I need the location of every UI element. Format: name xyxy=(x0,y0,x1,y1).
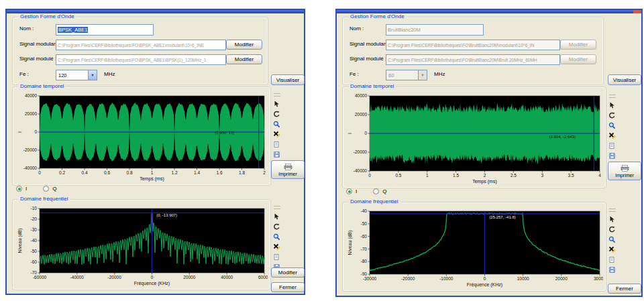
modifier-modulant-button[interactable]: Modifier xyxy=(226,40,262,50)
zoom-icon[interactable] xyxy=(272,120,281,128)
rotate-icon[interactable] xyxy=(272,110,281,118)
signal-module-field[interactable]: C:\Program Files\CERF\Bibliothèques\FO\B… xyxy=(56,54,226,65)
pointer-icon[interactable] xyxy=(272,213,281,221)
copy-icon[interactable] xyxy=(272,253,281,261)
plot-toolbar xyxy=(272,93,281,158)
svg-text:(1.950, 13): (1.950, 13) xyxy=(215,131,234,135)
radio-i[interactable] xyxy=(16,186,22,192)
toolbar-grip[interactable] xyxy=(274,93,280,97)
modifier-button[interactable]: Modifier xyxy=(271,267,305,278)
fe-label: Fe : xyxy=(350,71,359,77)
modifier-modulant-button[interactable]: Modifier xyxy=(560,40,596,50)
save-icon[interactable] xyxy=(272,150,281,158)
temporal-group-title: Domaine temporel xyxy=(18,83,66,89)
svg-text:Niveau (dB): Niveau (dB) xyxy=(347,231,353,255)
chevron-down-icon[interactable]: ▼ xyxy=(88,70,97,80)
svg-text:1.5: 1.5 xyxy=(453,173,459,178)
iq-radio-group: I Q xyxy=(16,186,56,192)
svg-text:1.2: 1.2 xyxy=(171,170,177,175)
svg-text:Temps (ms): Temps (ms) xyxy=(472,179,497,184)
signal-modulant-field[interactable]: C:\Program Files\CERF\Bibliothèques\FO\B… xyxy=(56,40,226,50)
svg-text:0: 0 xyxy=(34,129,37,134)
frequency-domain-chart[interactable]: -30000-20000-100000100002000030000-40-50… xyxy=(345,208,603,288)
screenshot-canvas: Gestion Forme d'Onde Nom : BPSK_ABE1 Sig… xyxy=(0,0,644,301)
frequency-domain-chart[interactable]: -60000-40000-200000200004000060000-10-20… xyxy=(15,205,268,287)
fe-value: 60 xyxy=(388,72,394,78)
radio-q[interactable] xyxy=(43,186,49,192)
svg-text:-40000: -40000 xyxy=(70,275,85,280)
zoom-icon[interactable] xyxy=(608,235,616,243)
save-icon[interactable] xyxy=(608,152,616,160)
nom-label: Nom : xyxy=(19,25,34,32)
radio-i[interactable] xyxy=(346,188,352,194)
nom-field[interactable]: BPSK_ABE1 xyxy=(56,24,154,36)
chevron-down-icon[interactable]: ▼ xyxy=(418,70,427,80)
fe-value: 120 xyxy=(58,72,67,78)
pointer-icon[interactable] xyxy=(608,215,616,223)
toolbar-grip[interactable] xyxy=(609,208,616,212)
nom-field[interactable]: BruitBlanc20M xyxy=(386,24,484,36)
imprimer-button[interactable]: Imprimer xyxy=(608,162,641,180)
nom-label: Nom : xyxy=(350,25,364,32)
svg-text:3: 3 xyxy=(541,173,543,178)
form-groupbox: Gestion Forme d'Onde Nom : BPSK_ABE1 Sig… xyxy=(12,17,268,85)
svg-text:20000: 20000 xyxy=(555,276,568,281)
zoom-icon[interactable] xyxy=(608,121,616,129)
svg-text:-70: -70 xyxy=(361,247,368,251)
frequency-group-title: Domaine fréquentiel xyxy=(348,198,400,204)
svg-text:-50: -50 xyxy=(361,221,368,226)
svg-text:30000: 30000 xyxy=(594,276,603,281)
svg-text:-40: -40 xyxy=(31,238,38,243)
toolbar-grip[interactable] xyxy=(609,95,616,98)
radio-i-label: I xyxy=(25,186,27,192)
zoom-cancel-icon[interactable] xyxy=(608,245,616,253)
plot-toolbar xyxy=(608,208,616,274)
signal-modulant-field[interactable]: C:\Program Files\CERF\Bibliothèques\FO\B… xyxy=(386,40,560,50)
svg-text:-20: -20 xyxy=(31,217,38,221)
svg-text:10000: 10000 xyxy=(517,276,529,281)
pointer-icon[interactable] xyxy=(272,100,281,108)
svg-text:0.5: 0.5 xyxy=(395,173,401,178)
svg-text:1: 1 xyxy=(151,170,154,175)
toolbar-grip[interactable] xyxy=(274,206,280,209)
frequency-groupbox: Domaine fréquentiel -30000-20000-1000001… xyxy=(342,202,606,292)
svg-text:2: 2 xyxy=(484,173,486,178)
svg-text:-50: -50 xyxy=(31,249,38,253)
copy-icon[interactable] xyxy=(608,141,616,149)
imprimer-button[interactable]: Imprimer xyxy=(271,160,305,179)
zoom-cancel-icon[interactable] xyxy=(272,130,281,138)
save-icon[interactable] xyxy=(608,265,616,274)
time-domain-chart[interactable]: 00.511.522.533.5440000200000-20000-40000… xyxy=(345,93,603,185)
visualiser-button[interactable]: Visualiser xyxy=(608,74,641,85)
rotate-icon[interactable] xyxy=(272,223,281,231)
svg-text:2.5: 2.5 xyxy=(511,173,517,178)
rotate-icon[interactable] xyxy=(608,111,616,119)
zoom-cancel-icon[interactable] xyxy=(608,131,616,139)
fermer-button[interactable]: Fermer xyxy=(271,282,305,292)
modifier-module-button[interactable]: Modifier xyxy=(560,54,596,64)
svg-text:-10000: -10000 xyxy=(439,276,453,281)
zoom-icon[interactable] xyxy=(272,233,281,241)
fermer-button[interactable]: Fermer xyxy=(608,284,641,294)
svg-text:40000: 40000 xyxy=(25,93,37,98)
zoom-cancel-icon[interactable] xyxy=(272,243,281,251)
radio-q[interactable] xyxy=(373,188,379,194)
svg-text:-20000: -20000 xyxy=(23,147,38,152)
visualiser-button[interactable]: Visualiser xyxy=(271,74,305,85)
copy-icon[interactable] xyxy=(272,140,281,148)
svg-text:Fréquence (KHz): Fréquence (KHz) xyxy=(134,281,170,286)
fe-combobox[interactable]: 120 ▼ xyxy=(56,70,97,80)
fe-combobox[interactable]: 60 ▼ xyxy=(386,70,427,80)
modifier-module-button[interactable]: Modifier xyxy=(226,54,262,64)
copy-icon[interactable] xyxy=(608,255,616,263)
rotate-icon[interactable] xyxy=(608,225,616,233)
svg-text:-40000: -40000 xyxy=(354,168,368,173)
svg-text:(25.257, -41.8): (25.257, -41.8) xyxy=(489,215,515,219)
time-domain-chart[interactable]: 00.20.40.60.811.21.41.61.8240000200000-2… xyxy=(15,93,268,182)
signal-module-field[interactable]: C:\Program Files\CERF\Bibliothèques\FO\B… xyxy=(386,54,560,65)
close-icon[interactable] xyxy=(633,10,641,13)
waveform-window-bpsk: Gestion Forme d'Onde Nom : BPSK_ABE1 Sig… xyxy=(5,9,305,295)
radio-q-label: Q xyxy=(382,188,386,194)
imprimer-label: Imprimer xyxy=(615,173,634,178)
pointer-icon[interactable] xyxy=(608,101,616,109)
